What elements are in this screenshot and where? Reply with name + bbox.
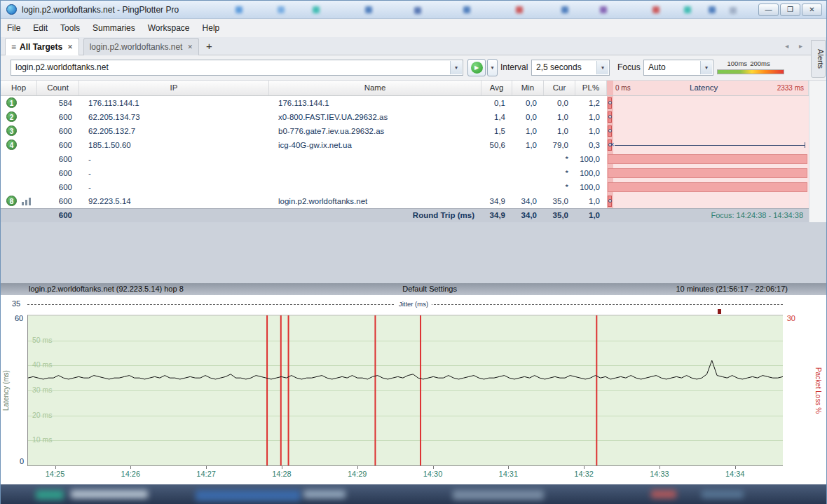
ip-cell: 92.223.5.14 xyxy=(79,194,269,208)
menu-item-workspace[interactable]: Workspace xyxy=(142,19,196,37)
latency-axis-title: Latency (ms) xyxy=(2,370,10,411)
toolbar: login.p2.worldoftanks.net ▾ ▶ ▾ Interval… xyxy=(1,55,826,81)
start-options-dropdown[interactable]: ▾ xyxy=(487,59,498,76)
cur-cell: 35,0 xyxy=(544,194,575,208)
x-tick-label: 14:27 xyxy=(196,470,216,478)
menu-item-edit[interactable]: Edit xyxy=(27,19,54,37)
timeline-settings-text: Default Settings xyxy=(402,283,457,295)
tab-label: All Targets xyxy=(20,42,62,52)
menu-item-help[interactable]: Help xyxy=(196,19,226,37)
table-row[interactable]: 600-*100,0 xyxy=(1,166,809,180)
column-header-count[interactable]: Count xyxy=(37,81,79,95)
table-row[interactable]: 600-*100,0 xyxy=(1,152,809,166)
close-tab-icon[interactable]: ✕ xyxy=(187,43,193,50)
avg-cell: 1,5 xyxy=(481,124,512,138)
latency-series-svg xyxy=(28,315,783,465)
y-gridline-label: 50 ms xyxy=(32,335,53,343)
close-tab-icon[interactable]: ✕ xyxy=(67,43,73,50)
title-bar[interactable]: login.p2.worldoftanks.net - PingPlotter … xyxy=(1,1,826,19)
chevron-down-icon[interactable]: ▾ xyxy=(596,61,608,74)
tab-bar: ≡All Targets✕login.p2.worldoftanks.net✕+… xyxy=(1,37,826,55)
hop-cell: 2 xyxy=(1,110,37,124)
table-row[interactable]: 360062.205.132.7b0-776.gate7.iev.ua.2963… xyxy=(1,124,809,138)
x-tick-label: 14:29 xyxy=(348,470,367,478)
avg-cell xyxy=(481,152,512,166)
table-row[interactable]: 860092.223.5.14login.p2.worldoftanks.net… xyxy=(1,194,809,208)
plot-area[interactable]: 50 ms40 ms30 ms20 ms10 ms xyxy=(27,315,783,466)
chevron-down-icon[interactable]: ▾ xyxy=(700,61,712,74)
hop-cell: 1 xyxy=(1,96,37,110)
menu-item-tools[interactable]: Tools xyxy=(54,19,86,37)
column-header-name[interactable]: Name xyxy=(269,81,481,95)
pl-cell: 1,2 xyxy=(575,96,607,110)
target-address-combobox[interactable]: login.p2.worldoftanks.net ▾ xyxy=(11,60,463,76)
window-title: login.p2.worldoftanks.net - PingPlotter … xyxy=(22,5,179,15)
hop-cell xyxy=(1,180,37,194)
hop-cell xyxy=(1,166,37,180)
x-tick-label: 14:34 xyxy=(725,470,745,478)
maximize-button[interactable]: ❐ xyxy=(780,4,800,16)
table-row[interactable]: 1584176.113.144.1176.113.144.10,10,00,01… xyxy=(1,96,809,110)
hop-cell xyxy=(1,152,37,166)
packet-loss-band xyxy=(608,168,807,178)
menu-bar: FileEditToolsSummariesWorkspaceHelp xyxy=(1,19,826,37)
avg-cell: 0,1 xyxy=(481,96,512,110)
round-trip-row[interactable]: 600 Round Trip (ms) 34,9 34,0 35,0 1,0 F… xyxy=(1,208,809,222)
desktop-taskbar-glimpse xyxy=(1,484,826,504)
add-tab-button[interactable]: + xyxy=(203,37,215,55)
cur-cell: 0,0 xyxy=(544,96,575,110)
latency-column-header[interactable]: 0 ms Latency 2333 ms xyxy=(607,81,809,95)
interval-combobox[interactable]: 2,5 seconds ▾ xyxy=(531,60,610,76)
latency-scale-min: 0 ms xyxy=(615,81,631,95)
table-row[interactable]: 4600185.1.50.60icg-40G-gw.ix.net.ua50,61… xyxy=(1,138,809,152)
y-gridline-label: 10 ms xyxy=(32,435,53,444)
packet-loss-band xyxy=(608,182,807,192)
ip-cell: 62.205.132.7 xyxy=(79,124,269,138)
alerts-side-tab[interactable]: Alerts xyxy=(811,40,826,78)
tab-scroll-arrows-icon[interactable]: ◂ ▸ xyxy=(785,37,807,55)
table-right-gutter xyxy=(809,81,826,222)
x-tick xyxy=(357,466,358,469)
minimize-button[interactable]: — xyxy=(758,4,779,16)
column-header-ip[interactable]: IP xyxy=(79,81,269,95)
chevron-down-icon[interactable]: ▾ xyxy=(450,61,462,74)
y-axis-max-label: 60 xyxy=(15,314,23,322)
focus-value: Auto xyxy=(648,62,666,72)
column-header-pl[interactable]: PL% xyxy=(575,81,607,95)
avg-cell: 34,9 xyxy=(481,194,512,208)
x-tick xyxy=(659,466,660,469)
hop-number-badge: 2 xyxy=(6,111,17,122)
column-header-cur[interactable]: Cur xyxy=(544,81,575,95)
hop-cell: 3 xyxy=(1,124,37,138)
target-address-value: login.p2.worldoftanks.net xyxy=(15,62,109,72)
hop-number-badge: 1 xyxy=(6,97,17,108)
column-header-hop[interactable]: Hop xyxy=(1,81,37,95)
table-row[interactable]: 260062.205.134.73x0-800.FAST.IEV.UA.2963… xyxy=(1,110,809,124)
count-cell: 600 xyxy=(37,194,79,208)
column-header-avg[interactable]: Avg xyxy=(481,81,512,95)
timeline-header-bar[interactable]: login.p2.worldoftanks.net (92.223.5.14) … xyxy=(1,283,826,295)
column-header-min[interactable]: Min xyxy=(512,81,544,95)
start-trace-button[interactable]: ▶ xyxy=(467,59,486,76)
name-cell xyxy=(269,152,481,166)
pingplotter-window: login.p2.worldoftanks.net - PingPlotter … xyxy=(0,0,827,504)
menu-item-file[interactable]: File xyxy=(1,19,27,37)
cur-cell: 1,0 xyxy=(544,124,575,138)
focus-range-text: Focus: 14:24:38 - 14:34:38 xyxy=(607,209,809,222)
bar-chart-icon[interactable] xyxy=(22,198,31,205)
table-row[interactable]: 600-*100,0 xyxy=(1,180,809,194)
ip-cell: 62.205.134.73 xyxy=(79,110,269,124)
avg-cell xyxy=(481,166,512,180)
pl-cell: 1,0 xyxy=(575,110,607,124)
tab-login-p2-worldoftanks-net[interactable]: login.p2.worldoftanks.net✕ xyxy=(83,38,199,55)
app-logo-icon xyxy=(6,4,17,15)
close-button[interactable]: ✕ xyxy=(802,4,822,16)
pl-cell: 100,0 xyxy=(575,180,607,194)
focus-combobox[interactable]: Auto ▾ xyxy=(643,60,713,76)
x-tick xyxy=(584,466,585,469)
packet-loss-axis-max-label: 30 xyxy=(787,314,795,322)
tab-all-targets[interactable]: ≡All Targets✕ xyxy=(5,38,79,55)
x-tick-label: 14:31 xyxy=(499,470,519,478)
menu-item-summaries[interactable]: Summaries xyxy=(86,19,142,37)
name-cell: x0-800.FAST.IEV.UA.29632.as xyxy=(269,110,481,124)
